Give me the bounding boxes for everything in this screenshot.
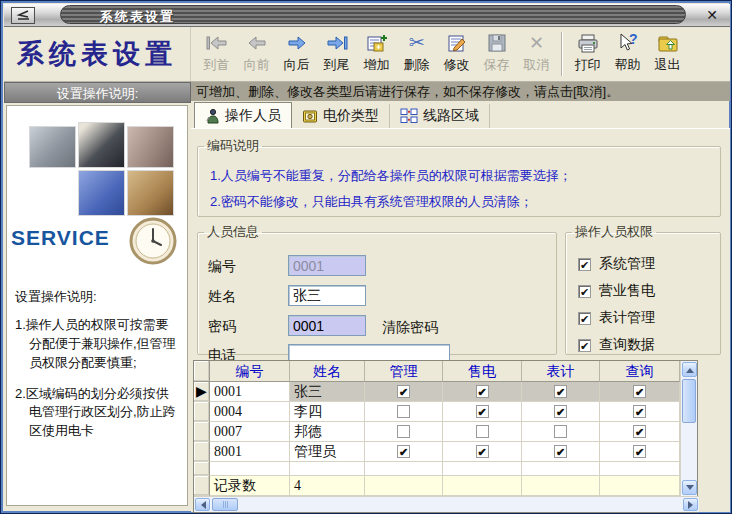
instruction-item: 2.区域编码的划分必须按供电管理行政区划分,防止跨区使用电卡 — [15, 385, 181, 442]
grid-checkbox-icon[interactable]: ✔ — [397, 445, 410, 458]
last-button[interactable]: 到尾 — [317, 30, 356, 78]
cell-perm[interactable]: ✔ — [600, 382, 680, 402]
next-button[interactable]: 向后 — [277, 30, 316, 78]
grid-checkbox-icon[interactable]: ✔ — [554, 405, 567, 418]
grid-checkbox-icon[interactable]: ✔ — [633, 445, 646, 458]
exit-button[interactable]: 退出 — [648, 30, 687, 78]
grid-checkbox-icon[interactable]: ✔ — [554, 385, 567, 398]
scroll-right-button[interactable] — [683, 498, 698, 511]
grid-checkbox-icon[interactable]: ✔ — [633, 385, 646, 398]
cell-name[interactable]: 张三 — [290, 382, 365, 402]
grid-checkbox-icon[interactable] — [397, 405, 410, 418]
cell-perm[interactable] — [522, 422, 600, 442]
horizontal-scroll-thumb[interactable] — [212, 498, 238, 511]
add-button[interactable]: 增加 — [357, 30, 396, 78]
checkbox-icon[interactable]: ✔ — [578, 312, 591, 325]
cell-perm[interactable] — [443, 422, 522, 442]
cell-perm[interactable]: ✔ — [522, 442, 600, 462]
edit-button[interactable]: 修改 — [437, 30, 476, 78]
cell-perm[interactable]: ✔ — [443, 402, 522, 422]
grid-checkbox-icon[interactable]: ✔ — [476, 445, 489, 458]
cell-perm[interactable] — [365, 422, 443, 442]
table-row[interactable]: ▶ 0001 张三 ✔ ✔ ✔ ✔ — [194, 382, 680, 402]
tab-operators[interactable]: 操作人员 — [194, 102, 292, 128]
help-button[interactable]: ? 帮助 — [608, 30, 647, 78]
window-title: 系统表设置 — [100, 8, 175, 26]
cell-name[interactable]: 邦德 — [290, 422, 365, 442]
tab-line-areas[interactable]: 线路区域 — [390, 104, 490, 128]
table-row[interactable]: 8001 管理员 ✔ ✔ ✔ ✔ — [194, 442, 680, 462]
delete-button[interactable]: ✂ 删除 — [397, 30, 436, 78]
cell-name[interactable]: 李四 — [290, 402, 365, 422]
col-header[interactable]: 管理 — [365, 361, 443, 382]
table-row[interactable]: 0007 邦德 ✔ — [194, 422, 680, 442]
app-window: 系统表设置 ✕ 系统表设置 到首 向前 — [0, 0, 732, 514]
perm-meters[interactable]: ✔ 表计管理 — [578, 309, 655, 327]
table-row[interactable]: 0004 李四 ✔ ✔ ✔ — [194, 402, 680, 422]
col-header[interactable]: 表计 — [522, 361, 600, 382]
perm-query[interactable]: ✔ 查询数据 — [578, 336, 655, 354]
scroll-down-button[interactable] — [682, 480, 697, 495]
grid-checkbox-icon[interactable]: ✔ — [476, 385, 489, 398]
perm-sales[interactable]: ✔ 营业售电 — [578, 282, 655, 300]
col-header[interactable]: 查询 — [600, 361, 680, 382]
first-button[interactable]: 到首 — [197, 30, 236, 78]
app-icon[interactable] — [11, 7, 35, 24]
perm-system-admin[interactable]: ✔ 系统管理 — [578, 255, 655, 273]
cell-perm[interactable]: ✔ — [365, 442, 443, 462]
checkbox-icon[interactable]: ✔ — [578, 258, 591, 271]
save-button[interactable]: 保存 — [477, 30, 516, 78]
row-selector[interactable] — [194, 422, 210, 442]
print-button[interactable]: 打印 — [568, 30, 607, 78]
row-selector[interactable] — [194, 402, 210, 422]
grid-checkbox-icon[interactable]: ✔ — [633, 425, 646, 438]
name-field[interactable] — [288, 285, 366, 306]
coding-note-line: 1.人员编号不能重复，分配给各操作员的权限可根据需要选择； — [210, 167, 572, 185]
checkbox-icon[interactable]: ✔ — [578, 285, 591, 298]
permissions-group: 操作人员权限 ✔ 系统管理 ✔ 营业售电 ✔ 表计管理 ✔ 查询数据 — [565, 223, 721, 355]
tab-price-types[interactable]: 电价类型 — [292, 104, 390, 128]
operators-tab-panel: 编码说明 1.人员编号不能重复，分配给各操作员的权限可根据需要选择； 2.密码不… — [191, 128, 730, 512]
cell-id[interactable]: 0004 — [210, 402, 290, 422]
header-row: 系统表设置 到首 向前 向后 — [4, 27, 730, 82]
prev-button[interactable]: 向前 — [237, 30, 276, 78]
checkbox-icon[interactable]: ✔ — [578, 339, 591, 352]
close-icon[interactable]: ✕ — [703, 6, 721, 24]
grid-checkbox-icon[interactable]: ✔ — [476, 405, 489, 418]
cell-perm[interactable] — [365, 402, 443, 422]
row-selector[interactable] — [194, 442, 210, 462]
cell-name[interactable]: 管理员 — [290, 442, 365, 462]
cell-perm[interactable]: ✔ — [365, 382, 443, 402]
cell-perm[interactable]: ✔ — [600, 442, 680, 462]
scroll-up-button[interactable] — [682, 362, 697, 377]
cell-perm[interactable]: ✔ — [522, 382, 600, 402]
col-header[interactable]: 售电 — [443, 361, 522, 382]
horizontal-scrollbar[interactable] — [194, 496, 699, 512]
grid-checkbox-icon[interactable] — [397, 425, 410, 438]
cell-perm[interactable]: ✔ — [600, 402, 680, 422]
grid-checkbox-icon[interactable]: ✔ — [633, 405, 646, 418]
id-field[interactable] — [288, 255, 366, 276]
password-field[interactable] — [288, 315, 366, 336]
cell-perm[interactable]: ✔ — [443, 382, 522, 402]
vertical-scrollbar[interactable] — [680, 361, 697, 496]
cancel-button[interactable]: ✕ 取消 — [517, 30, 556, 78]
cell-id[interactable]: 0007 — [210, 422, 290, 442]
grid-checkbox-icon[interactable]: ✔ — [397, 385, 410, 398]
cell-id[interactable]: 0001 — [210, 382, 290, 402]
cell-perm[interactable]: ✔ — [443, 442, 522, 462]
grid-checkbox-icon[interactable] — [476, 425, 489, 438]
nav-last-icon — [324, 30, 350, 56]
col-header[interactable]: 编号 — [210, 361, 290, 382]
col-header[interactable]: 姓名 — [290, 361, 365, 382]
password-label: 密码 — [208, 318, 236, 336]
cell-perm[interactable]: ✔ — [600, 422, 680, 442]
grid-checkbox-icon[interactable] — [554, 425, 567, 438]
add-record-icon — [365, 30, 389, 56]
cell-id[interactable]: 8001 — [210, 442, 290, 462]
clear-password-link[interactable]: 清除密码 — [382, 319, 438, 337]
grid-checkbox-icon[interactable]: ✔ — [554, 445, 567, 458]
vertical-scroll-thumb[interactable] — [682, 379, 696, 423]
scroll-left-button[interactable] — [195, 498, 210, 511]
cell-perm[interactable]: ✔ — [522, 402, 600, 422]
